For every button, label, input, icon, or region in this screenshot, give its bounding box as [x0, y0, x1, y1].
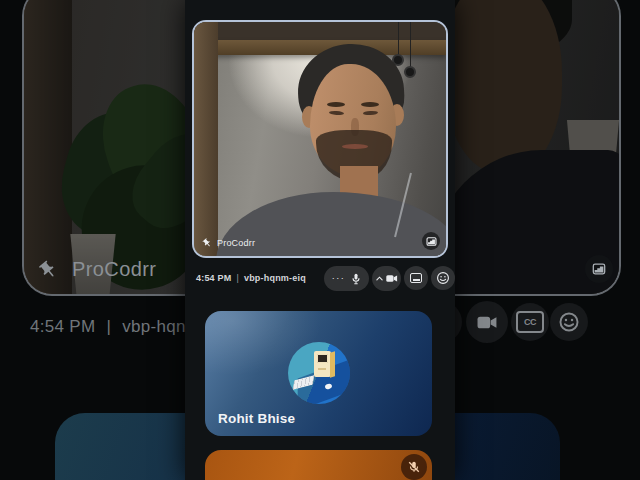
background-separator: | — [106, 317, 111, 337]
person-brow — [361, 102, 379, 107]
pin-icon — [202, 238, 212, 248]
more-and-mic-pill[interactable]: ··· — [324, 266, 369, 291]
emoji-smile-icon — [558, 311, 580, 333]
avatar — [288, 342, 350, 404]
background-camera-button — [466, 301, 508, 343]
lamp-wire — [398, 22, 399, 56]
camera-pill[interactable] — [372, 266, 401, 291]
background-meeting-info: 4:54 PM | vbp-hqnm- — [30, 317, 206, 337]
expand-video-button[interactable] — [422, 232, 440, 250]
closed-captions-icon: CC — [516, 311, 544, 333]
lamp-wire — [410, 22, 411, 68]
pin-icon — [38, 260, 58, 280]
background-captions-button: CC — [511, 303, 549, 341]
emoji-smile-icon — [436, 271, 450, 285]
chevron-up-icon — [376, 276, 383, 281]
more-options-icon[interactable]: ··· — [332, 273, 346, 283]
microphone-off-icon — [407, 460, 421, 474]
closed-captions-icon — [410, 273, 422, 283]
speaker-name: ProCodrr — [217, 238, 255, 248]
phone-screenshot: ProCodrr 4:54 PM | vbp-hqnm-eiq ··· — [185, 0, 455, 480]
expand-icon — [426, 236, 437, 247]
meeting-code: vbp-hqnm-eiq — [244, 273, 306, 283]
participant-name: Rohit Bhise — [218, 411, 295, 426]
speaker-label: ProCodrr — [202, 238, 255, 248]
video-camera-icon — [477, 315, 498, 330]
captions-button[interactable] — [404, 266, 428, 290]
person-mouth — [342, 144, 368, 149]
background-time: 4:54 PM — [30, 317, 95, 337]
info-separator: | — [236, 273, 239, 283]
background-speaker-label: ProCodrr — [38, 258, 156, 281]
background-expand-button — [585, 255, 613, 283]
meeting-info-bar: 4:54 PM | vbp-hqnm-eiq — [196, 273, 306, 283]
wood-column — [194, 22, 218, 256]
background-reactions-button — [550, 303, 588, 341]
participant-tile-rohit[interactable]: Rohit Bhise — [205, 311, 432, 436]
participant-tile-muted[interactable] — [205, 450, 432, 480]
pendant-bulb — [404, 66, 416, 78]
person-brow — [327, 102, 345, 107]
speaker-video-tile[interactable]: ProCodrr — [192, 20, 448, 258]
muted-badge — [401, 454, 427, 480]
video-call-screen: ProCodrr 4:54 PM | vbp-hqnm- CC — [0, 0, 640, 480]
microphone-icon — [351, 273, 361, 285]
wood-ceiling — [194, 22, 446, 42]
video-camera-icon — [386, 274, 398, 283]
reactions-button[interactable] — [431, 266, 455, 290]
background-speaker-name: ProCodrr — [72, 258, 156, 281]
meeting-time: 4:54 PM — [196, 273, 231, 283]
